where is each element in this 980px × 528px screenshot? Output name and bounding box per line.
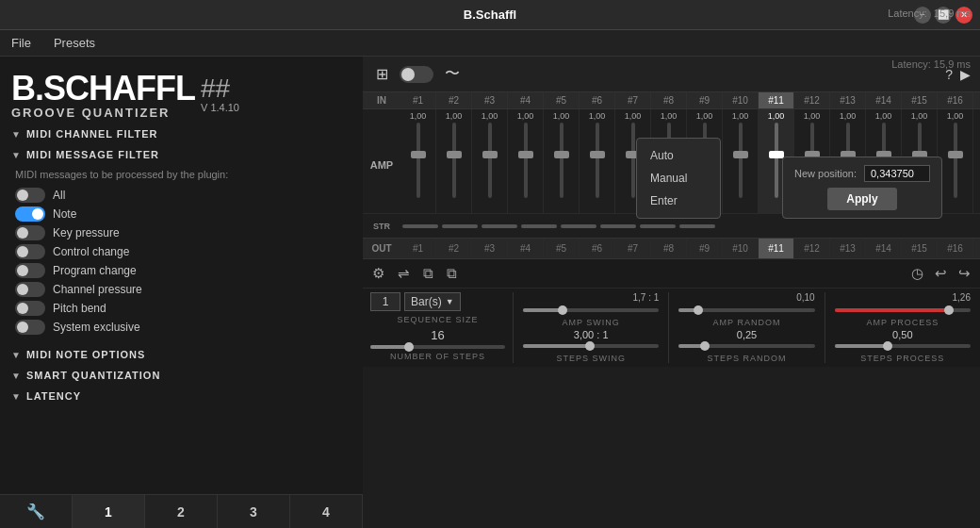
left-panel: B.SCHAFFL GROOVE QUANTIZER ## V 1.4.10 ▼… <box>0 57 363 528</box>
toolbar-toggle[interactable] <box>400 66 433 83</box>
ch-2[interactable]: #2 <box>436 92 472 108</box>
str-slider-2[interactable] <box>442 224 478 228</box>
out-ch-4[interactable]: #4 <box>508 239 544 258</box>
ch-3[interactable]: #3 <box>472 92 508 108</box>
ch-16[interactable]: #16 <box>938 92 973 108</box>
fader-4[interactable]: 1,00 <box>508 109 544 213</box>
sliders-icon[interactable]: ⊞ <box>372 63 392 85</box>
process-track[interactable] <box>835 308 971 312</box>
brand-version: V 1.4.10 <box>201 102 239 113</box>
section-smart-quantization[interactable]: ▼ SMART QUANTIZATION <box>0 365 363 386</box>
fader-5[interactable]: 1,00 <box>544 109 580 213</box>
out-ch-10[interactable]: #10 <box>723 239 759 258</box>
section-latency[interactable]: ▼ LATENCY <box>0 386 363 406</box>
str-slider-4[interactable] <box>521 224 557 228</box>
out-ch-5[interactable]: #5 <box>544 239 580 258</box>
seq-unit-dropdown[interactable]: Bar(s) ▼ <box>404 292 461 311</box>
popup-auto[interactable]: Auto <box>637 144 720 167</box>
out-ch-14[interactable]: #14 <box>866 239 902 258</box>
toggle-all[interactable] <box>15 188 45 203</box>
fader-1[interactable]: 1,00 <box>400 109 436 213</box>
out-ch-7[interactable]: #7 <box>615 239 651 258</box>
out-ch-6[interactable]: #6 <box>580 239 615 258</box>
out-ch-9[interactable]: #9 <box>687 239 723 258</box>
apply-button[interactable]: Apply <box>827 188 896 210</box>
toggle-system-exclusive[interactable] <box>15 320 45 335</box>
section-note-options[interactable]: ▼ MIDI NOTE OPTIONS <box>0 344 363 365</box>
out-ch-12[interactable]: #12 <box>794 239 830 258</box>
settings-icon[interactable]: ⚙ <box>370 263 386 284</box>
clock-icon[interactable]: ◷ <box>909 263 925 284</box>
menu-presets[interactable]: Presets <box>50 34 99 52</box>
ch-8[interactable]: #8 <box>651 92 687 108</box>
random-steps-thumb <box>700 341 710 351</box>
out-ch-11[interactable]: #11 <box>759 239 794 258</box>
out-ch-3[interactable]: #3 <box>472 239 508 258</box>
tab-3[interactable]: 3 <box>218 495 290 528</box>
section-channel-filter[interactable]: ▼ MIDI CHANNEL FILTER <box>0 124 363 144</box>
ch-14[interactable]: #14 <box>866 92 902 108</box>
str-slider-1[interactable] <box>402 224 438 228</box>
tab-1[interactable]: 1 <box>73 495 145 528</box>
popup-manual[interactable]: Manual <box>637 167 720 190</box>
ch-10[interactable]: #10 <box>723 92 759 108</box>
ch-13[interactable]: #13 <box>830 92 866 108</box>
smart-quantization-title: SMART QUANTIZATION <box>26 370 160 381</box>
amp-swing-group: 1,7 : 1 AMP SWING 3,00 : 1 STEPS SWING <box>514 292 669 363</box>
toggle-note[interactable] <box>15 206 45 222</box>
ch-6[interactable]: #6 <box>580 92 615 108</box>
sequence-controls: 1 Bar(s) ▼ <box>370 292 505 311</box>
str-slider-3[interactable] <box>482 224 517 228</box>
fader-track-1[interactable] <box>416 123 420 198</box>
random-track[interactable] <box>678 308 814 312</box>
str-slider-5[interactable] <box>561 224 596 228</box>
fader-16[interactable]: 1,00 <box>938 109 973 213</box>
steps-track[interactable] <box>370 345 505 349</box>
out-ch-15[interactable]: #15 <box>902 239 938 258</box>
out-ch-1[interactable]: #1 <box>400 239 436 258</box>
copy-icon[interactable]: ⧉ <box>421 263 435 284</box>
fader-3[interactable]: 1,00 <box>472 109 508 213</box>
ch-11[interactable]: #11 <box>759 92 794 108</box>
ch-12[interactable]: #12 <box>794 92 830 108</box>
ch-5[interactable]: #5 <box>544 92 580 108</box>
str-slider-6[interactable] <box>600 224 636 228</box>
out-ch-16[interactable]: #16 <box>938 239 973 258</box>
undo-icon[interactable]: ↩ <box>933 263 949 284</box>
toggle-key-pressure[interactable] <box>15 225 45 240</box>
ch-4[interactable]: #4 <box>508 92 544 108</box>
tab-4[interactable]: 4 <box>290 495 363 528</box>
section-message-filter[interactable]: ▼ MIDI MESSAGE FILTER <box>0 144 363 165</box>
menu-file[interactable]: File <box>8 34 35 52</box>
toggle-control-change[interactable] <box>15 244 45 259</box>
str-slider-7[interactable] <box>640 224 676 228</box>
fader-6[interactable]: 1,00 <box>580 109 615 213</box>
tab-2[interactable]: 2 <box>145 495 218 528</box>
swing-steps-track[interactable] <box>523 344 659 348</box>
popup-enter[interactable]: Enter <box>637 190 720 212</box>
new-position-value[interactable]: 0,343750 <box>864 165 930 182</box>
str-slider-8[interactable] <box>679 224 715 228</box>
toggle-channel-pressure[interactable] <box>15 282 45 297</box>
out-ch-13[interactable]: #13 <box>830 239 866 258</box>
swap-icon[interactable]: ⇌ <box>396 263 412 284</box>
ch-1[interactable]: #1 <box>400 92 436 108</box>
paste-icon[interactable]: ⧉ <box>445 263 459 284</box>
toggle-program-change[interactable] <box>15 263 45 278</box>
tab-wrench[interactable]: 🔧 <box>0 495 73 528</box>
ch-15[interactable]: #15 <box>902 92 938 108</box>
ch-9[interactable]: #9 <box>687 92 723 108</box>
redo-icon[interactable]: ↪ <box>956 263 972 284</box>
waveform-icon[interactable]: 〜 <box>441 62 464 86</box>
ch-7[interactable]: #7 <box>615 92 651 108</box>
seq-number[interactable]: 1 <box>370 292 400 311</box>
out-ch-2[interactable]: #2 <box>436 239 472 258</box>
random-steps-track[interactable] <box>678 344 814 348</box>
toggle-pitch-bend[interactable] <box>15 301 45 316</box>
swing-track[interactable] <box>523 308 659 312</box>
right-panel: Latency: 15,9 ms ⊞ 〜 ? ▶ IN #1 #2 <box>363 57 980 528</box>
fader-2[interactable]: 1,00 <box>436 109 472 213</box>
process-steps-track[interactable] <box>835 344 971 348</box>
fader-10[interactable]: 1,00 <box>723 109 759 213</box>
out-ch-8[interactable]: #8 <box>651 239 687 258</box>
